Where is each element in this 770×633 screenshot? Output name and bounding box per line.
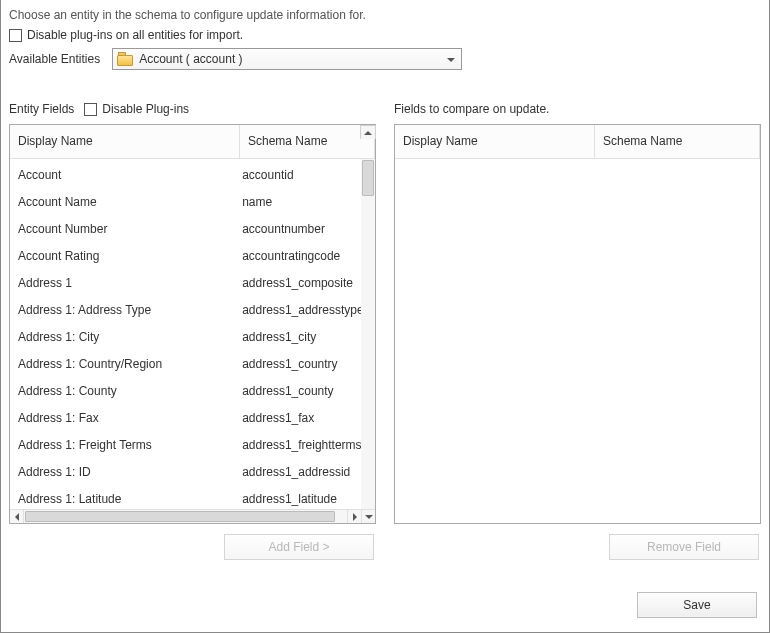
entity-fields-grid: Display Name Schema Name Accountaccounti… bbox=[9, 124, 376, 524]
disable-all-row: Disable plug-ins on all entities for imp… bbox=[9, 28, 761, 42]
hscroll-dropdown-toggle[interactable] bbox=[361, 510, 375, 523]
table-row[interactable]: Account Numberaccountnumber bbox=[10, 215, 361, 242]
add-field-button[interactable]: Add Field > bbox=[224, 534, 374, 560]
cell-schema-name: address1_latitude bbox=[234, 492, 361, 506]
table-row[interactable]: Address 1: Countyaddress1_county bbox=[10, 377, 361, 404]
cell-schema-name: address1_county bbox=[234, 384, 361, 398]
table-row[interactable]: Accountaccountid bbox=[10, 161, 361, 188]
cell-schema-name: address1_fax bbox=[234, 411, 361, 425]
available-entities-label: Available Entities bbox=[9, 52, 100, 66]
table-row[interactable]: Address 1: IDaddress1_addressid bbox=[10, 458, 361, 485]
cell-schema-name: address1_freighttermscod bbox=[234, 438, 361, 452]
compare-fields-title: Fields to compare on update. bbox=[394, 102, 549, 116]
cell-schema-name: address1_addressid bbox=[234, 465, 361, 479]
disable-all-checkbox[interactable] bbox=[9, 29, 22, 42]
save-button[interactable]: Save bbox=[637, 592, 757, 618]
cell-display-name: Account bbox=[10, 168, 234, 182]
compare-fields-column: Fields to compare on update. Display Nam… bbox=[394, 100, 761, 560]
cell-schema-name: address1_composite bbox=[234, 276, 361, 290]
cell-schema-name: accountratingcode bbox=[234, 249, 361, 263]
cell-schema-name: address1_city bbox=[234, 330, 361, 344]
hscroll-right-button[interactable] bbox=[347, 510, 361, 523]
table-row[interactable]: Address 1: Address Typeaddress1_addresst… bbox=[10, 296, 361, 323]
cell-display-name: Address 1: Freight Terms bbox=[10, 438, 234, 452]
table-row[interactable]: Address 1: Faxaddress1_fax bbox=[10, 404, 361, 431]
add-field-row: Add Field > bbox=[9, 524, 376, 560]
right-header-display-name[interactable]: Display Name bbox=[395, 125, 595, 158]
vertical-scrollbar-thumb[interactable] bbox=[362, 160, 374, 196]
cell-schema-name: name bbox=[234, 195, 361, 209]
cell-schema-name: accountid bbox=[234, 168, 361, 182]
scroll-up-button[interactable] bbox=[360, 125, 376, 139]
cell-display-name: Account Rating bbox=[10, 249, 234, 263]
cell-display-name: Address 1: Address Type bbox=[10, 303, 234, 317]
columns: Entity Fields Disable Plug-ins Display N… bbox=[9, 100, 761, 560]
right-header-schema-name[interactable]: Schema Name bbox=[595, 125, 760, 158]
cell-display-name: Address 1: City bbox=[10, 330, 234, 344]
right-header-row: Fields to compare on update. bbox=[394, 100, 761, 118]
left-header-schema-name[interactable]: Schema Name bbox=[240, 125, 375, 158]
left-header-row: Entity Fields Disable Plug-ins bbox=[9, 100, 376, 118]
available-entities-dropdown[interactable]: Account ( account ) bbox=[112, 48, 462, 70]
dropdown-selected-text: Account ( account ) bbox=[139, 52, 457, 66]
table-row[interactable]: Address 1: Cityaddress1_city bbox=[10, 323, 361, 350]
table-row[interactable]: Account Ratingaccountratingcode bbox=[10, 242, 361, 269]
cell-display-name: Address 1: ID bbox=[10, 465, 234, 479]
table-row[interactable]: Account Namename bbox=[10, 188, 361, 215]
cell-display-name: Address 1: Latitude bbox=[10, 492, 234, 506]
entity-fields-title: Entity Fields bbox=[9, 102, 74, 116]
right-grid-header: Display Name Schema Name bbox=[395, 125, 760, 159]
table-row[interactable]: Address 1: Freight Termsaddress1_freight… bbox=[10, 431, 361, 458]
disable-all-label: Disable plug-ins on all entities for imp… bbox=[27, 28, 243, 42]
chevron-down-icon bbox=[447, 58, 455, 62]
cell-display-name: Address 1 bbox=[10, 276, 234, 290]
cell-schema-name: address1_country bbox=[234, 357, 361, 371]
remove-field-button[interactable]: Remove Field bbox=[609, 534, 759, 560]
table-row[interactable]: Address 1address1_composite bbox=[10, 269, 361, 296]
remove-field-row: Remove Field bbox=[394, 524, 761, 560]
compare-fields-grid: Display Name Schema Name bbox=[394, 124, 761, 524]
vertical-scrollbar-track[interactable] bbox=[361, 159, 375, 509]
instruction-text: Choose an entity in the schema to config… bbox=[9, 8, 761, 22]
left-header-display-name[interactable]: Display Name bbox=[10, 125, 240, 158]
available-entities-row: Available Entities Account ( account ) bbox=[9, 48, 761, 70]
entity-fields-column: Entity Fields Disable Plug-ins Display N… bbox=[9, 100, 376, 560]
hscroll-track[interactable] bbox=[24, 510, 347, 523]
hscroll-thumb[interactable] bbox=[25, 511, 335, 522]
table-row[interactable]: Address 1: Latitudeaddress1_latitude bbox=[10, 485, 361, 509]
folder-icon bbox=[117, 52, 133, 66]
cell-display-name: Address 1: County bbox=[10, 384, 234, 398]
cell-display-name: Address 1: Country/Region bbox=[10, 357, 234, 371]
left-grid-header: Display Name Schema Name bbox=[10, 125, 375, 159]
left-grid-body: AccountaccountidAccount NamenameAccount … bbox=[10, 159, 375, 509]
cell-display-name: Account Number bbox=[10, 222, 234, 236]
schema-update-panel: Choose an entity in the schema to config… bbox=[0, 0, 770, 633]
horizontal-scrollbar bbox=[10, 509, 375, 523]
table-row[interactable]: Address 1: Country/Regionaddress1_countr… bbox=[10, 350, 361, 377]
cell-display-name: Account Name bbox=[10, 195, 234, 209]
cell-schema-name: address1_addresstypecod bbox=[234, 303, 361, 317]
cell-schema-name: accountnumber bbox=[234, 222, 361, 236]
disable-plugins-label: Disable Plug-ins bbox=[102, 102, 189, 116]
cell-display-name: Address 1: Fax bbox=[10, 411, 234, 425]
hscroll-left-button[interactable] bbox=[10, 510, 24, 523]
disable-plugins-checkbox[interactable] bbox=[84, 103, 97, 116]
right-grid-body bbox=[395, 159, 760, 523]
